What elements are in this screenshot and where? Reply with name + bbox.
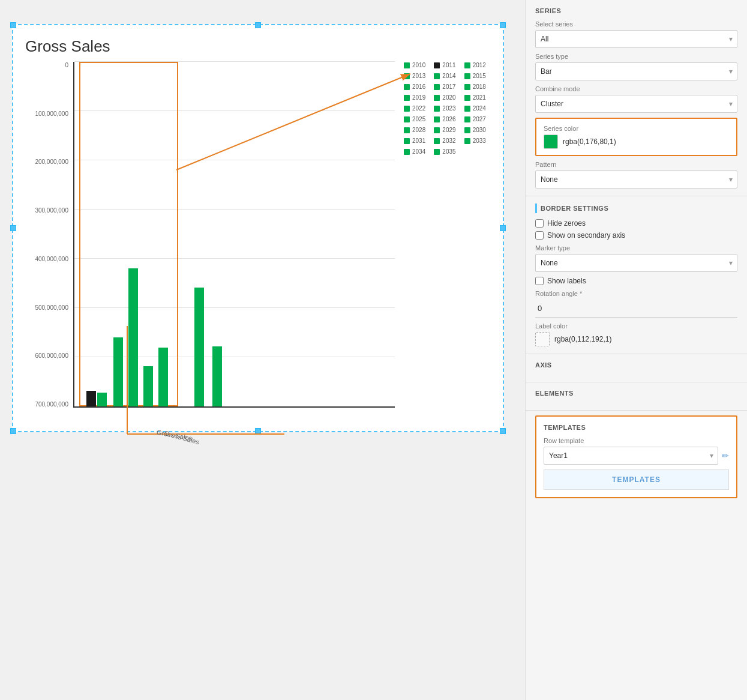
legend-dot <box>434 62 440 68</box>
handle-bc[interactable] <box>255 428 261 434</box>
bar <box>86 391 96 406</box>
legend-item: 2011 <box>434 62 460 68</box>
chart-plot: Gross Sales <box>73 62 395 408</box>
legend-item: 2030 <box>464 127 491 133</box>
legend-dot <box>434 95 440 101</box>
select-series-dropdown[interactable]: All <box>535 30 737 48</box>
legend-item: 2015 <box>464 73 491 79</box>
legend-dot <box>404 116 410 122</box>
edit-icon[interactable]: ✏ <box>722 451 729 460</box>
hide-zeroes-checkbox[interactable] <box>535 219 544 228</box>
bar <box>158 348 168 406</box>
marker-type-dropdown[interactable]: None <box>535 254 737 272</box>
combine-mode-dropdown[interactable]: Cluster <box>535 95 737 113</box>
legend-dot <box>464 106 470 112</box>
legend-item: 2028 <box>404 127 430 133</box>
elements-section: ELEMENTS <box>526 382 747 411</box>
legend-dot <box>434 138 440 144</box>
label-color-row[interactable]: rgba(0,112,192,1) <box>535 332 737 346</box>
series-color-label: Series color <box>544 125 729 132</box>
legend-dot <box>434 73 440 79</box>
series-color-row[interactable]: rgba(0,176,80,1) <box>544 134 729 149</box>
select-series-label: Select series <box>535 20 737 28</box>
pattern-dropdown-wrapper[interactable]: None ▾ <box>535 170 737 189</box>
legend-dot <box>434 116 440 122</box>
legend-dot <box>434 84 440 90</box>
templates-header: TEMPLATES <box>544 424 729 431</box>
legend-item: 2021 <box>464 94 491 101</box>
row-template-dropdown-wrapper[interactable]: Year1 ▾ <box>544 447 718 465</box>
rotation-angle-input[interactable] <box>535 300 737 318</box>
rotation-angle-label: Rotation angle * <box>535 290 737 297</box>
legend-item: 2016 <box>404 83 430 90</box>
svg-line-1 <box>176 74 410 170</box>
chart-inner: 700,000,000 600,000,000 500,000,000 400,… <box>13 62 503 420</box>
legend-item: 2025 <box>404 116 430 122</box>
handle-br[interactable] <box>500 428 506 434</box>
legend-item: 2031 <box>404 137 430 144</box>
bar-group-5 <box>158 348 168 406</box>
grid-line <box>74 307 395 308</box>
main-area: Gross Sales 700,000,000 600,000,000 500,… <box>0 0 525 700</box>
row-template-label: Row template <box>544 437 729 444</box>
chart-container[interactable]: Gross Sales 700,000,000 600,000,000 500,… <box>12 24 504 432</box>
secondary-axis-row: Show on secondary axis <box>535 231 737 240</box>
bar-group-4 <box>143 366 153 406</box>
series-color-swatch[interactable] <box>544 134 558 149</box>
handle-tc[interactable] <box>255 22 261 28</box>
legend-dot <box>404 84 410 90</box>
legend-item: 2013 <box>404 73 430 79</box>
legend-dot <box>464 138 470 144</box>
border-settings-section: BORDER SETTINGS Hide zeroes Show on seco… <box>526 196 747 354</box>
row-template-row: Year1 ▾ ✏ <box>544 447 729 465</box>
marker-type-dropdown-wrapper[interactable]: None ▾ <box>535 254 737 272</box>
legend-item: 2024 <box>464 105 491 112</box>
handle-bl[interactable] <box>10 428 16 434</box>
x-label-display: Gross Sales <box>109 415 193 442</box>
handle-ml[interactable] <box>10 225 16 231</box>
handle-mr[interactable] <box>500 225 506 231</box>
legend-item: 2020 <box>434 94 460 101</box>
legend-dot <box>404 138 410 144</box>
legend-dot <box>434 127 440 133</box>
series-type-dropdown-wrapper[interactable]: Bar ▾ <box>535 62 737 80</box>
series-type-dropdown[interactable]: Bar <box>535 62 737 80</box>
secondary-axis-checkbox[interactable] <box>535 231 544 240</box>
show-labels-label: Show labels <box>547 277 586 285</box>
legend-item: 2033 <box>464 137 491 144</box>
row-template-dropdown[interactable]: Year1 <box>544 447 718 465</box>
legend-dot <box>464 84 470 90</box>
handle-tr[interactable] <box>500 22 506 28</box>
pattern-label: Pattern <box>535 161 737 168</box>
pattern-dropdown[interactable]: None <box>535 170 737 189</box>
legend-item: 2035 <box>434 148 460 155</box>
legend-item: 2026 <box>434 116 460 122</box>
grid-line <box>74 160 395 160</box>
legend-item: 2029 <box>434 127 460 133</box>
templates-button[interactable]: TEMPLATES <box>544 469 729 490</box>
hide-zeroes-label: Hide zeroes <box>547 219 586 228</box>
series-header: SERIES <box>535 7 737 14</box>
legend-item: 2032 <box>434 137 460 144</box>
legend-dot <box>404 95 410 101</box>
handle-tl[interactable] <box>10 22 16 28</box>
legend-dot <box>464 127 470 133</box>
select-series-dropdown-wrapper[interactable]: All ▾ <box>535 30 737 48</box>
legend-item: 2027 <box>464 116 491 122</box>
show-labels-checkbox[interactable] <box>535 277 544 285</box>
secondary-axis-label: Show on secondary axis <box>547 231 625 240</box>
grid-line <box>74 110 395 111</box>
label-color-label: Label color <box>535 322 737 330</box>
bar-group-1 <box>86 391 107 406</box>
combine-mode-dropdown-wrapper[interactable]: Cluster ▾ <box>535 95 737 113</box>
label-color-swatch[interactable] <box>535 332 550 346</box>
combine-mode-label: Combine mode <box>535 85 737 92</box>
legend-dot <box>464 73 470 79</box>
legend-dot <box>464 116 470 122</box>
hide-zeroes-row: Hide zeroes <box>535 219 737 228</box>
legend-item: 2034 <box>404 148 430 155</box>
legend-dot <box>434 106 440 112</box>
bar <box>212 346 222 406</box>
bar <box>194 288 204 406</box>
series-section: SERIES Select series All ▾ Series type B… <box>526 0 747 196</box>
